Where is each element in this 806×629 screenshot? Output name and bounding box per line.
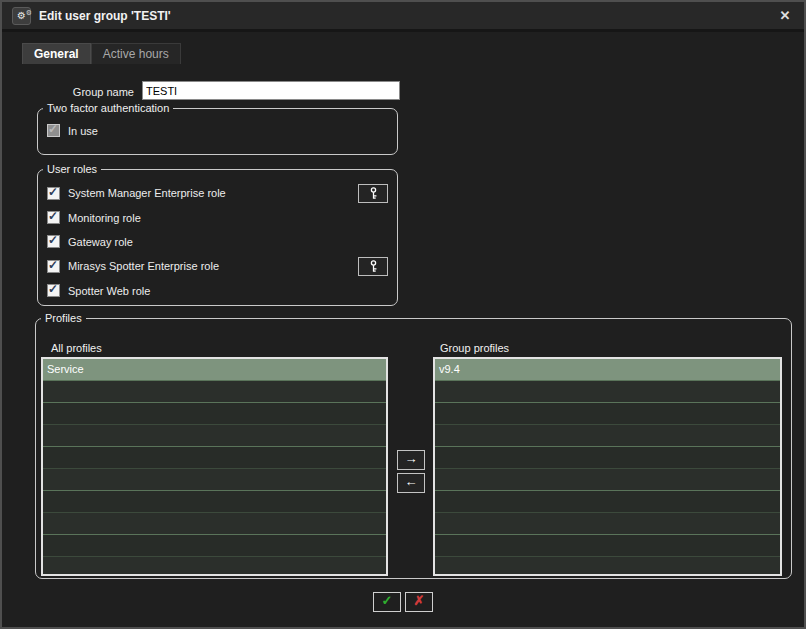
tab-strip: General Active hours [22, 43, 181, 64]
list-item-selected[interactable]: Service [43, 359, 386, 381]
role-label: Gateway role [68, 236, 388, 248]
gears-icon: ⚙ ⚙ [12, 7, 31, 25]
user-roles-body: System Manager Enterprise role Monitorin… [38, 175, 397, 303]
list-row-empty [43, 403, 386, 425]
role-permissions-button[interactable] [358, 257, 388, 276]
group-profiles-header: Group profiles [440, 342, 509, 354]
list-row-empty [435, 447, 780, 469]
profiles-groupbox: Profiles All profiles Group profiles Ser… [35, 312, 792, 579]
list-row-empty [435, 403, 780, 425]
list-row-empty [43, 447, 386, 469]
ok-button[interactable]: ✓ [373, 592, 401, 612]
group-profiles-list[interactable]: v9.4 [433, 357, 782, 576]
role-row: Monitoring role [47, 205, 388, 229]
close-icon: ✕ [780, 8, 791, 23]
role-row: Spotter Web role [47, 279, 388, 303]
arrow-right-icon: → [405, 451, 418, 466]
group-name-input[interactable] [142, 81, 400, 100]
dialog-window: ⚙ ⚙ Edit user group 'TESTI' ✕ General Ac… [0, 0, 806, 629]
all-profiles-header: All profiles [51, 342, 102, 354]
cancel-x-icon: ✗ [414, 593, 425, 608]
window-title: Edit user group 'TESTI' [39, 9, 171, 23]
list-row-empty [43, 381, 386, 403]
role-permissions-button[interactable] [358, 184, 388, 203]
tab-general[interactable]: General [22, 43, 91, 64]
two-factor-legend: Two factor authentication [43, 102, 173, 114]
role-row: Gateway role [47, 230, 388, 254]
check-icon: ✓ [382, 593, 393, 608]
list-row-empty [435, 535, 780, 557]
cancel-button[interactable]: ✗ [405, 592, 433, 612]
key-icon [368, 260, 379, 273]
arrow-left-icon: ← [405, 474, 418, 489]
role-checkbox-spotter-web[interactable] [47, 284, 60, 297]
role-checkbox-monitoring[interactable] [47, 211, 60, 224]
close-button[interactable]: ✕ [776, 7, 794, 25]
role-row: System Manager Enterprise role [47, 181, 388, 205]
list-item-selected[interactable]: v9.4 [435, 359, 780, 381]
group-name-label: Group name [37, 86, 134, 98]
in-use-label: In use [68, 125, 98, 137]
list-row-empty [435, 425, 780, 447]
list-row-empty [43, 513, 386, 535]
role-row: Mirasys Spotter Enterprise role [47, 254, 388, 278]
role-label: Mirasys Spotter Enterprise role [68, 260, 350, 272]
move-left-button[interactable]: ← [397, 473, 425, 493]
user-roles-groupbox: User roles System Manager Enterprise rol… [37, 163, 398, 306]
list-row-empty [435, 491, 780, 513]
in-use-checkbox[interactable] [47, 124, 60, 137]
list-row-empty [43, 469, 386, 491]
list-row-empty [43, 535, 386, 557]
titlebar: ⚙ ⚙ Edit user group 'TESTI' ✕ [2, 2, 804, 32]
list-row-empty [435, 381, 780, 403]
footer-buttons: ✓ ✗ [2, 592, 804, 612]
two-factor-groupbox: Two factor authentication In use [37, 102, 398, 155]
user-roles-legend: User roles [43, 163, 101, 175]
key-icon [368, 187, 379, 200]
list-row-empty [43, 557, 386, 576]
tab-active-hours[interactable]: Active hours [91, 43, 181, 64]
all-profiles-list[interactable]: Service [41, 357, 388, 576]
list-row-empty [435, 557, 780, 576]
profiles-legend: Profiles [41, 312, 86, 324]
move-right-button[interactable]: → [397, 450, 425, 470]
list-row-empty [435, 469, 780, 491]
role-checkbox-system-manager[interactable] [47, 187, 60, 200]
small-gear-icon: ⚙ [26, 5, 32, 20]
role-checkbox-gateway[interactable] [47, 235, 60, 248]
list-row-empty [435, 513, 780, 535]
role-label: System Manager Enterprise role [68, 187, 350, 199]
in-use-row: In use [47, 124, 397, 137]
list-row-empty [43, 491, 386, 513]
role-label: Spotter Web role [68, 285, 388, 297]
role-label: Monitoring role [68, 212, 388, 224]
role-checkbox-spotter-enterprise[interactable] [47, 260, 60, 273]
list-row-empty [43, 425, 386, 447]
